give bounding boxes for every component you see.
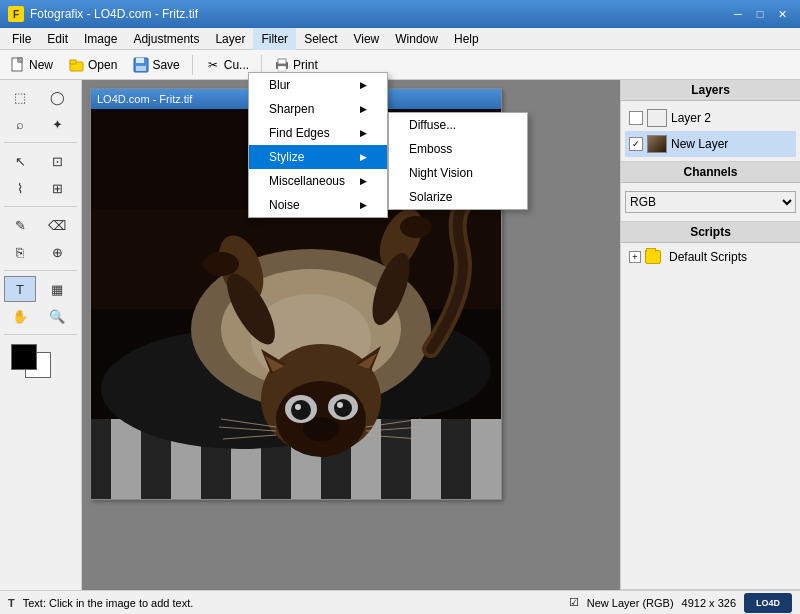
menu-adjustments[interactable]: Adjustments — [125, 28, 207, 50]
color-swatches — [11, 344, 71, 384]
filter-stylize[interactable]: Stylize ▶ — [249, 145, 387, 169]
layer-visibility-0[interactable] — [629, 111, 643, 125]
svg-rect-6 — [136, 58, 144, 63]
menu-filter[interactable]: Filter — [253, 28, 296, 50]
tool-group-3: ✎ ⌫ ⎘ ⊕ — [4, 212, 77, 265]
stylize-diffuse[interactable]: Diffuse... — [389, 113, 527, 137]
minimize-button[interactable]: ─ — [728, 5, 748, 23]
menu-window[interactable]: Window — [387, 28, 446, 50]
hand-tool[interactable]: ✋ — [4, 303, 36, 329]
menu-layer[interactable]: Layer — [207, 28, 253, 50]
title-text: Fotografix - LO4D.com - Fritz.tif — [30, 7, 198, 21]
layer-thumb-0 — [647, 109, 667, 127]
arrow-icon: ▶ — [360, 104, 367, 114]
layer-item-0[interactable]: Layer 2 — [625, 105, 796, 131]
clone-tool[interactable]: ⎘ — [4, 239, 36, 265]
magic-wand-tool[interactable]: ✦ — [41, 111, 73, 137]
layers-section: Layers Layer 2 ✓ New Layer — [621, 80, 800, 162]
filter-sharpen[interactable]: Sharpen ▶ — [249, 97, 387, 121]
fill-tool[interactable]: ▦ — [41, 276, 73, 302]
eraser-tool[interactable]: ⌫ — [41, 212, 73, 238]
menu-image[interactable]: Image — [76, 28, 125, 50]
right-panel: Layers Layer 2 ✓ New Layer Channels RGB — [620, 80, 800, 590]
arrow-icon: ▶ — [360, 80, 367, 90]
open-button[interactable]: Open — [63, 53, 123, 77]
channels-content: RGB Red Green Blue — [621, 183, 800, 221]
healing-tool[interactable]: ⊕ — [41, 239, 73, 265]
layers-header: Layers — [621, 80, 800, 101]
maximize-button[interactable]: □ — [750, 5, 770, 23]
status-text: Text: Click in the image to add text. — [23, 597, 561, 609]
stylize-night-vision[interactable]: Night Vision — [389, 161, 527, 185]
stylize-emboss[interactable]: Emboss — [389, 137, 527, 161]
layer-visibility-1[interactable]: ✓ — [629, 137, 643, 151]
filter-dropdown-menu[interactable]: Blur ▶ Sharpen ▶ Find Edges ▶ Stylize ▶ … — [248, 72, 388, 218]
zoom-tool[interactable]: 🔍 — [41, 303, 73, 329]
tool-group-4: T ▦ ✋ 🔍 — [4, 276, 77, 329]
menu-bar: File Edit Image Adjustments Layer Filter… — [0, 28, 800, 50]
svg-rect-4 — [70, 60, 76, 64]
arrow-icon: ▶ — [360, 200, 367, 210]
arrow-icon: ▶ — [360, 176, 367, 186]
stylize-solarize[interactable]: Solarize — [389, 185, 527, 209]
ruler-tool[interactable]: ⌇ — [4, 175, 36, 201]
svg-rect-10 — [278, 66, 286, 71]
elliptical-marquee-tool[interactable]: ◯ — [41, 84, 73, 110]
cut-button[interactable]: ✂ Cu... — [199, 53, 255, 77]
open-icon — [69, 57, 85, 73]
tool-separator-3 — [4, 270, 77, 271]
layer-item-1[interactable]: ✓ New Layer — [625, 131, 796, 157]
arrow-icon: ▶ — [360, 128, 367, 138]
print-label: Print — [293, 58, 318, 72]
channels-header: Channels — [621, 162, 800, 183]
layer-thumb-1 — [647, 135, 667, 153]
rectangular-marquee-tool[interactable]: ⬚ — [4, 84, 36, 110]
lo4d-logo: LO4D — [744, 593, 792, 613]
canvas-title-text: LO4D.com - Fritz.tif — [97, 93, 192, 105]
new-label: New — [29, 58, 53, 72]
layer-name-1: New Layer — [671, 137, 792, 151]
menu-help[interactable]: Help — [446, 28, 487, 50]
print-icon — [274, 57, 290, 73]
svg-rect-7 — [136, 66, 146, 71]
menu-view[interactable]: View — [345, 28, 387, 50]
status-text-icon: T — [8, 597, 15, 609]
channel-select[interactable]: RGB Red Green Blue — [625, 191, 796, 213]
transform-tool[interactable]: ⊞ — [41, 175, 73, 201]
close-button[interactable]: ✕ — [772, 5, 792, 23]
text-tool[interactable]: T — [4, 276, 36, 302]
crop-tool[interactable]: ⊡ — [41, 148, 73, 174]
new-button[interactable]: New — [4, 53, 59, 77]
menu-select[interactable]: Select — [296, 28, 345, 50]
status-bar: T Text: Click in the image to add text. … — [0, 590, 800, 614]
save-button[interactable]: Save — [127, 53, 185, 77]
toolbar-separator-1 — [192, 55, 193, 75]
brush-tool[interactable]: ✎ — [4, 212, 36, 238]
cut-icon: ✂ — [205, 57, 221, 73]
toolbar: New Open Save ✂ Cu... — [0, 50, 800, 80]
filter-miscellaneous[interactable]: Miscellaneous ▶ — [249, 169, 387, 193]
filter-blur[interactable]: Blur ▶ — [249, 73, 387, 97]
filter-find-edges[interactable]: Find Edges ▶ — [249, 121, 387, 145]
move-tool[interactable]: ↖ — [4, 148, 36, 174]
title-bar: F Fotografix - LO4D.com - Fritz.tif ─ □ … — [0, 0, 800, 28]
menu-edit[interactable]: Edit — [39, 28, 76, 50]
left-toolbar: ⬚ ◯ ⌕ ✦ ↖ ⊡ ⌇ ⊞ ✎ ⌫ ⎘ ⊕ T ▦ ✋ 🔍 — [0, 80, 82, 590]
save-icon — [133, 57, 149, 73]
expand-button[interactable]: + — [629, 251, 641, 263]
title-bar-left: F Fotografix - LO4D.com - Fritz.tif — [8, 6, 198, 22]
menu-file[interactable]: File — [4, 28, 39, 50]
status-layer-icon: ☑ — [569, 596, 579, 609]
stylize-dropdown-menu[interactable]: Diffuse... Emboss Night Vision Solarize — [388, 112, 528, 210]
tool-group-1: ⬚ ◯ ⌕ ✦ — [4, 84, 77, 137]
title-controls: ─ □ ✕ — [728, 5, 792, 23]
arrow-icon: ▶ — [360, 152, 367, 162]
script-item-0[interactable]: + Default Scripts — [625, 247, 796, 267]
tool-group-2: ↖ ⊡ ⌇ ⊞ — [4, 148, 77, 201]
foreground-color-swatch[interactable] — [11, 344, 37, 370]
layer-name-0: Layer 2 — [671, 111, 792, 125]
lasso-tool[interactable]: ⌕ — [4, 111, 36, 137]
folder-icon — [645, 250, 661, 264]
filter-noise[interactable]: Noise ▶ — [249, 193, 387, 217]
status-dimensions: 4912 x 326 — [682, 597, 736, 609]
